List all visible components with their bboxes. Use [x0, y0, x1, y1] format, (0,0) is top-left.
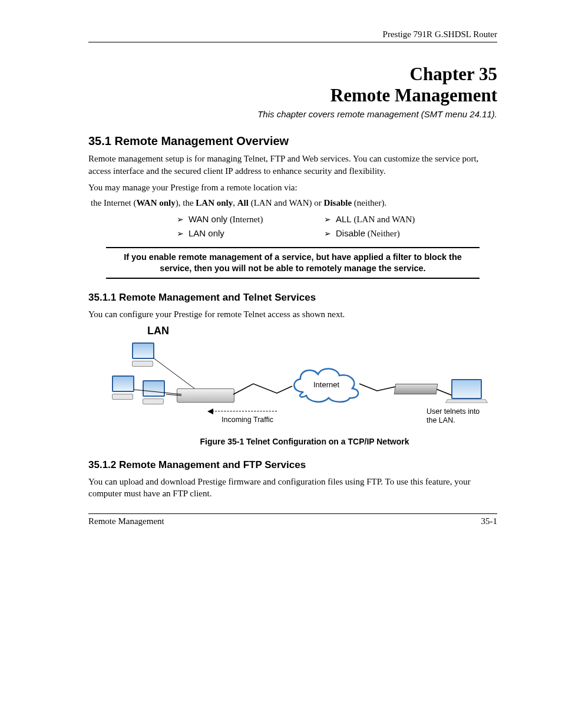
bullet-paren: (Neither): [365, 229, 400, 238]
arrow-icon: ➢: [177, 215, 189, 224]
internet-cloud-icon: Internet: [289, 363, 365, 404]
user-telnets-label-2: the LAN.: [427, 416, 455, 424]
bullet-all: ➢ ALL (LAN and WAN): [324, 214, 448, 225]
opt-all: All: [237, 198, 249, 207]
page: Prestige 791R G.SHDSL Router Chapter 35 …: [0, 0, 562, 728]
chapter-label: Chapter 35: [88, 64, 497, 85]
svg-line-1: [134, 390, 181, 394]
bullet-label: LAN only: [189, 228, 224, 238]
arrow-icon: ➢: [324, 215, 336, 224]
chapter-title: Remote Management: [88, 85, 497, 106]
bullet-disable: ➢ Disable (Neither): [324, 228, 448, 239]
section-35-1-2-heading: 35.1.2 Remote Management and FTP Service…: [88, 459, 497, 471]
opt-wan-only: WAN only: [136, 198, 175, 207]
chapter-heading: Chapter 35 Remote Management: [88, 64, 497, 106]
bullet-paren: (Internet): [227, 215, 263, 224]
section-35-1-para2: You may manage your Prestige from a remo…: [88, 182, 497, 193]
bullet-grid: ➢ WAN only (Internet) ➢ ALL (LAN and WAN…: [177, 214, 497, 239]
arrow-icon: ➢: [177, 229, 189, 238]
svg-line-2: [166, 394, 181, 396]
section-35-1-1-para: You can configure your Prestige for remo…: [88, 308, 497, 320]
user-telnets-label-1: User telnets into: [427, 407, 480, 416]
opt-lan-only: LAN only: [196, 198, 233, 207]
section-35-1-heading: 35.1 Remote Management Overview: [88, 134, 497, 148]
bullet-label: ALL: [336, 214, 352, 224]
opt-mid1: ), the: [176, 198, 196, 207]
page-footer: Remote Management 35-1: [88, 513, 497, 526]
incoming-traffic-arrow-icon: [212, 411, 277, 411]
svg-line-0: [153, 358, 194, 388]
incoming-traffic-label: Incoming Traffic: [222, 416, 273, 424]
footer-right: 35-1: [481, 516, 498, 526]
network-diagram: LAN Internet: [112, 325, 489, 431]
opt-pre: the Internet (: [91, 198, 136, 207]
opt-mid2: ,: [233, 198, 237, 207]
bullet-paren: (LAN and WAN): [352, 215, 415, 224]
bullet-lan-only: ➢ LAN only: [177, 228, 300, 239]
section-35-1-para1: Remote management setup is for managing …: [88, 153, 497, 177]
arrow-icon: ➢: [324, 229, 336, 238]
opt-post: (neither).: [352, 198, 386, 207]
option-line: the Internet (WAN only), the LAN only, A…: [91, 198, 497, 208]
footer-left: Remote Management: [88, 516, 164, 526]
callout-box: If you enable remote management of a ser…: [106, 247, 480, 279]
opt-disable: Disable: [324, 198, 352, 207]
running-header: Prestige 791R G.SHDSL Router: [88, 29, 497, 42]
section-35-1-1-heading: 35.1.1 Remote Management and Telnet Serv…: [88, 292, 497, 304]
figure-35-1-caption: Figure 35-1 Telnet Configuration on a TC…: [112, 437, 497, 446]
chapter-subtitle: This chapter covers remote management (S…: [88, 109, 497, 119]
bullet-wan-only: ➢ WAN only (Internet): [177, 214, 300, 225]
bullet-label: Disable: [336, 228, 365, 238]
figure-35-1: LAN Internet: [112, 325, 497, 446]
cloud-label: Internet: [313, 380, 339, 389]
laptop-icon: [447, 379, 488, 405]
modem-icon: [394, 384, 438, 394]
bullet-label: WAN only: [189, 214, 227, 224]
opt-mid3: (LAN and WAN) or: [249, 198, 324, 207]
section-35-1-2-para: You can upload and download Prestige fir…: [88, 476, 497, 500]
